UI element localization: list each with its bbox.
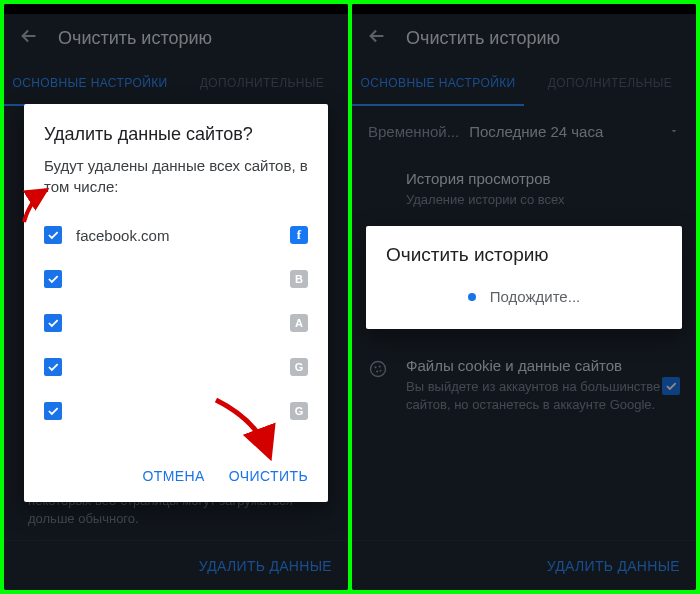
confirm-button[interactable]: ОЧИСТИТЬ: [229, 468, 308, 484]
progress-dialog: Очистить историю Подождите...: [366, 226, 682, 329]
site-favicon: f: [290, 226, 308, 244]
site-favicon: A: [290, 314, 308, 332]
site-favicon: B: [290, 270, 308, 288]
site-row: facebook.comf: [44, 213, 308, 257]
progress-dialog-body: Подождите...: [386, 288, 662, 309]
site-row: G: [44, 389, 308, 433]
site-checkbox[interactable]: [44, 314, 62, 332]
dialog-actions: ОТМЕНА ОЧИСТИТЬ: [44, 458, 308, 494]
phone-left: Очистить историю ОСНОВНЫЕ НАСТРОЙКИ ДОПО…: [4, 4, 348, 590]
progress-wait-text: Подождите...: [490, 288, 580, 305]
site-row: G: [44, 345, 308, 389]
site-name: facebook.com: [76, 227, 276, 244]
site-checkbox[interactable]: [44, 402, 62, 420]
site-checkbox[interactable]: [44, 226, 62, 244]
site-favicon: G: [290, 402, 308, 420]
site-favicon: G: [290, 358, 308, 376]
dialog-message: Будут удалены данные всех сайтов, в том …: [44, 155, 308, 197]
site-row: A: [44, 301, 308, 345]
site-row: B: [44, 257, 308, 301]
site-checkbox[interactable]: [44, 270, 62, 288]
confirm-dialog: Удалить данные сайтов? Будут удалены дан…: [24, 104, 328, 502]
progress-dialog-title: Очистить историю: [386, 244, 662, 266]
spinner-icon: [468, 293, 476, 301]
dialog-title: Удалить данные сайтов?: [44, 124, 308, 145]
phone-right: Очистить историю ОСНОВНЫЕ НАСТРОЙКИ ДОПО…: [352, 4, 696, 590]
site-checkbox[interactable]: [44, 358, 62, 376]
cancel-button[interactable]: ОТМЕНА: [143, 468, 205, 484]
